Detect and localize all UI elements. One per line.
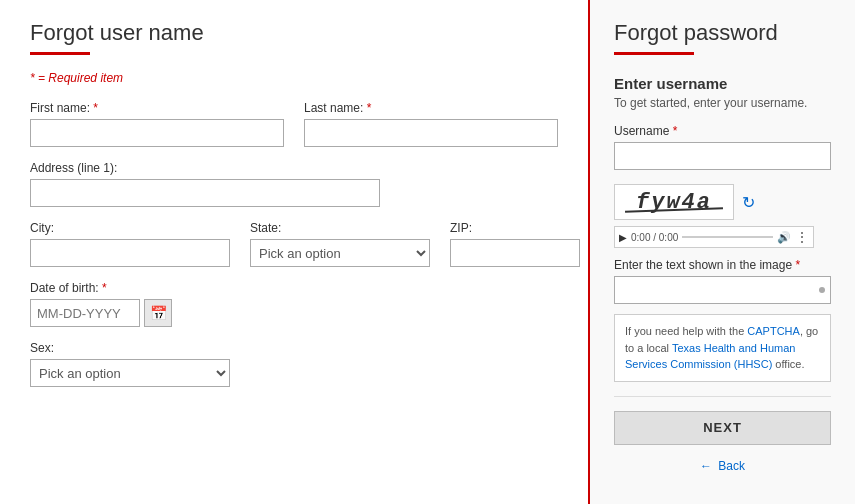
required-note: * = Required item: [30, 71, 558, 85]
state-group: State: Pick an optionTexasCaliforniaNew …: [250, 221, 430, 267]
captcha-text-label: Enter the text shown in the image *: [614, 258, 831, 272]
captcha-input-wrapper: [614, 276, 831, 304]
zip-label: ZIP:: [450, 221, 580, 235]
username-input[interactable]: [614, 142, 831, 170]
calendar-icon: 📅: [150, 305, 167, 321]
audio-more-icon[interactable]: ⋮: [795, 229, 809, 245]
dob-wrapper: 📅: [30, 299, 172, 327]
username-label: Username *: [614, 124, 831, 138]
sex-group: Sex: Pick an optionMaleFemaleOther: [30, 341, 230, 387]
right-panel-title: Forgot password: [614, 20, 831, 46]
dob-row: Date of birth: * 📅: [30, 281, 558, 327]
play-icon[interactable]: ▶: [619, 232, 627, 243]
left-panel: Forgot user name * = Required item First…: [0, 0, 590, 504]
calendar-button[interactable]: 📅: [144, 299, 172, 327]
captcha-image: fyw4a: [614, 184, 734, 220]
last-name-input[interactable]: [304, 119, 558, 147]
dob-group: Date of birth: * 📅: [30, 281, 172, 327]
left-panel-title: Forgot user name: [30, 20, 558, 46]
name-row: First name: * Last name: *: [30, 101, 558, 147]
back-arrow-icon: ←: [700, 459, 712, 473]
audio-player[interactable]: ▶ 0:00 / 0:00 🔊 ⋮: [614, 226, 814, 248]
enter-username-sub: To get started, enter your username.: [614, 96, 831, 110]
captcha-help-box: If you need help with the CAPTCHA, go to…: [614, 314, 831, 382]
back-link[interactable]: ← Back: [700, 459, 745, 473]
address-label: Address (line 1):: [30, 161, 380, 175]
volume-icon[interactable]: 🔊: [777, 231, 791, 244]
address-group: Address (line 1):: [30, 161, 380, 207]
state-select[interactable]: Pick an optionTexasCaliforniaNew YorkFlo…: [250, 239, 430, 267]
state-label: State:: [250, 221, 430, 235]
first-name-input[interactable]: [30, 119, 284, 147]
captcha-image-row: fyw4a ↻: [614, 184, 831, 220]
dob-label: Date of birth: *: [30, 281, 172, 295]
first-name-group: First name: *: [30, 101, 284, 147]
username-group: Username *: [614, 124, 831, 184]
divider: [614, 396, 831, 397]
sex-row: Sex: Pick an optionMaleFemaleOther: [30, 341, 558, 387]
last-name-group: Last name: *: [304, 101, 558, 147]
last-name-label: Last name: *: [304, 101, 558, 115]
city-label: City:: [30, 221, 230, 235]
address-row: Address (line 1):: [30, 161, 558, 207]
captcha-dot-indicator: [819, 287, 825, 293]
captcha-help-text: If you need help with the CAPTCHA, go to…: [625, 325, 818, 370]
city-state-zip-row: City: State: Pick an optionTexasCaliforn…: [30, 221, 558, 267]
zip-group: ZIP:: [450, 221, 580, 267]
captcha-input[interactable]: [614, 276, 831, 304]
next-button[interactable]: NEXT: [614, 411, 831, 445]
sex-select[interactable]: Pick an optionMaleFemaleOther: [30, 359, 230, 387]
zip-input[interactable]: [450, 239, 580, 267]
sex-label: Sex:: [30, 341, 230, 355]
dob-input[interactable]: [30, 299, 140, 327]
city-input[interactable]: [30, 239, 230, 267]
right-panel: Forgot password Enter username To get st…: [590, 0, 855, 504]
back-link-container: ← Back: [614, 459, 831, 473]
first-name-label: First name: *: [30, 101, 284, 115]
captcha-area: fyw4a ↻ ▶ 0:00 / 0:00 🔊 ⋮ Enter the text…: [614, 184, 831, 382]
captcha-link[interactable]: CAPTCHA: [747, 325, 800, 337]
captcha-refresh-icon[interactable]: ↻: [742, 193, 755, 212]
hhsc-link[interactable]: Texas Health and Human Services Commissi…: [625, 342, 795, 371]
address-input[interactable]: [30, 179, 380, 207]
city-group: City:: [30, 221, 230, 267]
enter-username-heading: Enter username: [614, 75, 831, 92]
left-title-underline: [30, 52, 90, 55]
right-title-underline: [614, 52, 694, 55]
audio-progress-bar: [682, 236, 773, 238]
audio-time: 0:00 / 0:00: [631, 232, 678, 243]
